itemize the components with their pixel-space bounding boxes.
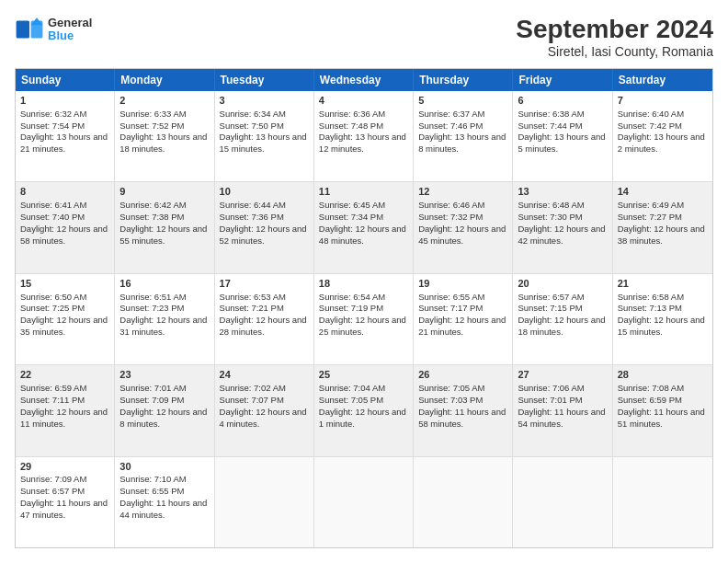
calendar-cell: 7Sunrise: 6:40 AMSunset: 7:42 PMDaylight…	[613, 91, 712, 181]
daylight: Daylight: 12 hours and 38 minutes.	[618, 224, 705, 246]
logo-text: General Blue	[48, 17, 92, 43]
daylight: Daylight: 13 hours and 2 minutes.	[618, 132, 705, 154]
daylight: Daylight: 12 hours and 58 minutes.	[20, 224, 108, 246]
sunrise: Sunrise: 7:10 AM	[119, 474, 186, 484]
day-number: 8	[20, 185, 109, 199]
sunset: Sunset: 7:15 PM	[518, 303, 582, 313]
day-number: 30	[119, 460, 209, 474]
subtitle: Siretel, Iasi County, Romania	[516, 44, 713, 59]
day-number: 14	[618, 185, 708, 199]
sunset: Sunset: 6:59 PM	[618, 395, 682, 405]
day-number: 3	[220, 94, 309, 108]
sunrise: Sunrise: 6:51 AM	[119, 292, 186, 302]
header: General Blue September 2024 Siretel, Ias…	[15, 15, 713, 59]
daylight: Daylight: 12 hours and 1 minute.	[319, 407, 406, 429]
sunset: Sunset: 7:19 PM	[319, 303, 383, 313]
calendar-cell: 17Sunrise: 6:53 AMSunset: 7:21 PMDayligh…	[215, 274, 314, 364]
header-monday: Monday	[115, 69, 214, 91]
sunrise: Sunrise: 7:02 AM	[220, 383, 286, 393]
header-sunday: Sunday	[16, 69, 115, 91]
day-number: 11	[319, 185, 408, 199]
calendar-header: Sunday Monday Tuesday Wednesday Thursday…	[16, 69, 712, 91]
sunrise: Sunrise: 6:44 AM	[220, 200, 286, 210]
daylight: Daylight: 12 hours and 4 minutes.	[220, 407, 307, 429]
daylight: Daylight: 13 hours and 5 minutes.	[518, 132, 605, 154]
day-number: 9	[119, 185, 209, 199]
day-number: 27	[518, 368, 607, 382]
calendar-cell: 4Sunrise: 6:36 AMSunset: 7:48 PMDaylight…	[314, 91, 414, 181]
calendar-cell: 16Sunrise: 6:51 AMSunset: 7:23 PMDayligh…	[115, 274, 214, 364]
daylight: Daylight: 12 hours and 45 minutes.	[418, 224, 506, 246]
calendar-cell: 8Sunrise: 6:41 AMSunset: 7:40 PMDaylight…	[16, 182, 115, 272]
daylight: Daylight: 11 hours and 58 minutes.	[418, 407, 506, 429]
calendar-row: 1Sunrise: 6:32 AMSunset: 7:54 PMDaylight…	[16, 91, 712, 182]
day-number: 25	[319, 368, 408, 382]
sunset: Sunset: 7:52 PM	[119, 121, 184, 131]
sunset: Sunset: 7:05 PM	[319, 395, 383, 405]
calendar-body: 1Sunrise: 6:32 AMSunset: 7:54 PMDaylight…	[16, 91, 712, 547]
day-number: 26	[418, 368, 507, 382]
sunrise: Sunrise: 6:36 AM	[319, 109, 385, 119]
sunrise: Sunrise: 7:09 AM	[20, 474, 86, 484]
sunrise: Sunrise: 6:33 AM	[119, 109, 186, 119]
calendar-cell: 30Sunrise: 7:10 AMSunset: 6:55 PMDayligh…	[115, 457, 214, 547]
day-number: 21	[618, 277, 708, 291]
day-number: 15	[20, 277, 109, 291]
sunset: Sunset: 7:40 PM	[20, 212, 85, 222]
sunset: Sunset: 6:55 PM	[119, 486, 184, 496]
day-number: 10	[220, 185, 309, 199]
daylight: Daylight: 13 hours and 18 minutes.	[119, 132, 207, 154]
calendar-row: 29Sunrise: 7:09 AMSunset: 6:57 PMDayligh…	[16, 457, 712, 547]
calendar-cell	[215, 457, 314, 547]
sunset: Sunset: 7:54 PM	[20, 121, 85, 131]
sunset: Sunset: 7:07 PM	[220, 395, 284, 405]
sunset: Sunset: 7:38 PM	[119, 212, 184, 222]
sunset: Sunset: 7:50 PM	[220, 121, 284, 131]
sunset: Sunset: 7:11 PM	[20, 395, 85, 405]
daylight: Daylight: 11 hours and 47 minutes.	[20, 498, 108, 520]
daylight: Daylight: 13 hours and 8 minutes.	[418, 132, 506, 154]
daylight: Daylight: 12 hours and 15 minutes.	[618, 315, 705, 337]
calendar-cell: 27Sunrise: 7:06 AMSunset: 7:01 PMDayligh…	[513, 365, 612, 455]
sunrise: Sunrise: 6:41 AM	[20, 200, 86, 210]
calendar-row: 22Sunrise: 6:59 AMSunset: 7:11 PMDayligh…	[16, 365, 712, 456]
calendar-cell: 18Sunrise: 6:54 AMSunset: 7:19 PMDayligh…	[314, 274, 414, 364]
sunset: Sunset: 7:13 PM	[618, 303, 682, 313]
logo-line1: General	[48, 17, 92, 29]
daylight: Daylight: 11 hours and 54 minutes.	[518, 407, 605, 429]
sunset: Sunset: 7:30 PM	[518, 212, 582, 222]
sunrise: Sunrise: 6:37 AM	[418, 109, 484, 119]
day-number: 22	[20, 368, 109, 382]
day-number: 2	[119, 94, 209, 108]
sunrise: Sunrise: 6:40 AM	[618, 109, 684, 119]
daylight: Daylight: 12 hours and 48 minutes.	[319, 224, 406, 246]
sunrise: Sunrise: 7:08 AM	[618, 383, 684, 393]
day-number: 7	[618, 94, 708, 108]
calendar-cell: 10Sunrise: 6:44 AMSunset: 7:36 PMDayligh…	[215, 182, 314, 272]
sunset: Sunset: 7:27 PM	[618, 212, 682, 222]
header-wednesday: Wednesday	[314, 69, 414, 91]
calendar-row: 8Sunrise: 6:41 AMSunset: 7:40 PMDaylight…	[16, 182, 712, 273]
header-tuesday: Tuesday	[215, 69, 314, 91]
sunset: Sunset: 7:32 PM	[418, 212, 483, 222]
daylight: Daylight: 12 hours and 28 minutes.	[220, 315, 307, 337]
header-friday: Friday	[513, 69, 612, 91]
day-number: 28	[618, 368, 708, 382]
calendar-cell: 6Sunrise: 6:38 AMSunset: 7:44 PMDaylight…	[513, 91, 612, 181]
sunrise: Sunrise: 6:42 AM	[119, 200, 186, 210]
calendar-cell: 2Sunrise: 6:33 AMSunset: 7:52 PMDaylight…	[115, 91, 214, 181]
sunrise: Sunrise: 6:46 AM	[418, 200, 484, 210]
page: General Blue September 2024 Siretel, Ias…	[0, 0, 728, 563]
sunset: Sunset: 7:03 PM	[418, 395, 483, 405]
sunset: Sunset: 7:09 PM	[119, 395, 184, 405]
sunset: Sunset: 7:34 PM	[319, 212, 383, 222]
sunrise: Sunrise: 6:49 AM	[618, 200, 684, 210]
sunrise: Sunrise: 6:32 AM	[20, 109, 86, 119]
calendar-cell: 14Sunrise: 6:49 AMSunset: 7:27 PMDayligh…	[613, 182, 712, 272]
sunset: Sunset: 6:57 PM	[20, 486, 85, 496]
sunset: Sunset: 7:25 PM	[20, 303, 85, 313]
calendar-cell: 20Sunrise: 6:57 AMSunset: 7:15 PMDayligh…	[513, 274, 612, 364]
day-number: 19	[418, 277, 507, 291]
daylight: Daylight: 12 hours and 11 minutes.	[20, 407, 108, 429]
calendar-cell	[613, 457, 712, 547]
